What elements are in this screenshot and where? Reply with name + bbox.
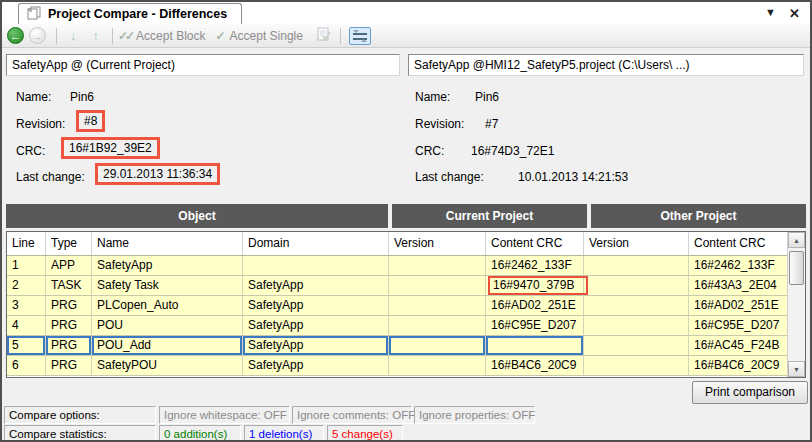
cell-version-other (584, 296, 689, 315)
cell-crc-other: 16#AC45_F24B (689, 336, 789, 355)
toolbar: ← → ↓ ↑ ✓✓ Accept Block ✓ Accept Single (2, 24, 810, 48)
option-ignore-comments: Ignore comments: OFF (292, 406, 412, 424)
scrollbar-thumb[interactable] (789, 251, 804, 285)
last-change-value-left: 29.01.2013 11:36:34 (95, 163, 220, 185)
table-row-selected[interactable]: 5 PRG POU_Add SafetyApp 16#AC45_F24B (7, 336, 805, 356)
cell-version-other (584, 356, 689, 375)
cell-version-current (389, 276, 486, 295)
cell-type: APP (46, 256, 92, 275)
cell-line: 6 (7, 356, 46, 375)
tab-project-compare[interactable]: Project Compare - Differences (18, 3, 242, 24)
cell-line: 3 (7, 296, 46, 315)
double-check-icon: ✓✓ (118, 29, 132, 43)
crc-value-left: 16#1B92_39E2 (61, 137, 160, 159)
accept-document-icon[interactable] (317, 27, 331, 45)
cell-domain: SafetyApp (243, 296, 389, 315)
show-differences-toggle[interactable] (349, 27, 371, 45)
toolbar-separator (56, 28, 57, 44)
back-arrow-icon: ← (10, 30, 21, 42)
last-change-label-left: Last change: (16, 170, 85, 184)
annotation-box: #8 (76, 110, 105, 132)
column-header-row: Line Type Name Domain Version Content CR… (7, 232, 805, 256)
check-icon: ✓ (215, 29, 225, 43)
stat-changes: 5 change(s) (327, 425, 403, 442)
col-type[interactable]: Type (46, 232, 92, 255)
col-crc-current[interactable]: Content CRC (486, 232, 584, 255)
cell-name: SafetyPOU (92, 356, 243, 375)
name-label-right: Name: (415, 90, 450, 104)
cell-version-current (389, 356, 486, 375)
cell-crc-current (486, 336, 584, 355)
tab-list-dropdown-icon[interactable]: ▼ (765, 6, 776, 18)
cell-domain: SafetyApp (243, 356, 389, 375)
cell-crc-current: 16#B4C6_20C9 (486, 356, 584, 375)
cell-version-current (389, 336, 486, 355)
cell-crc-current: 16#9470_379B (486, 276, 584, 295)
name-value-left: Pin6 (70, 90, 94, 104)
compare-options-bar: Compare options: Ignore whitespace: OFF … (2, 406, 810, 424)
scroll-down-icon[interactable]: ▼ (788, 361, 805, 377)
revision-value-left: #8 (76, 110, 105, 132)
col-name[interactable]: Name (92, 232, 243, 255)
revision-label-right: Revision: (415, 117, 464, 131)
tab-title: Project Compare - Differences (48, 7, 227, 21)
cell-crc-other: 16#AD02_251E (689, 296, 789, 315)
cell-crc-other: 16#2462_133F (689, 256, 789, 275)
name-value-right: Pin6 (475, 90, 499, 104)
cell-version-other (584, 256, 689, 275)
vertical-scrollbar[interactable]: ▲ ▼ (787, 232, 805, 377)
table-row[interactable]: 4 PRG POU SafetyApp 16#C95E_D207 16#C95E… (7, 316, 805, 336)
cell-domain: SafetyApp (243, 276, 389, 295)
cell-line: 1 (7, 256, 46, 275)
cell-line: 5 (7, 336, 46, 355)
cell-name: POU_Add (92, 336, 243, 355)
toolbar-separator (340, 28, 341, 44)
col-line[interactable]: Line (7, 232, 46, 255)
cell-version-current (389, 256, 486, 275)
table-row[interactable]: 3 PRG PLCopen_Auto SafetyApp 16#AD02_251… (7, 296, 805, 316)
name-label-left: Name: (16, 90, 51, 104)
project-compare-window: Project Compare - Differences ▼ ✕ ← → ↓ … (0, 0, 812, 442)
cell-version-other (584, 336, 689, 355)
group-header-other: Other Project (591, 204, 806, 228)
cell-name: POU (92, 316, 243, 335)
accept-block-button[interactable]: Accept Block (136, 29, 205, 43)
option-ignore-whitespace: Ignore whitespace: OFF (159, 406, 290, 424)
crc-value-right: 16#74D3_72E1 (471, 144, 554, 158)
back-button[interactable]: ← (7, 27, 24, 44)
cell-domain: SafetyApp (243, 316, 389, 335)
cell-name: PLCopen_Auto (92, 296, 243, 315)
cell-version-other (584, 276, 689, 295)
forward-button[interactable]: → (29, 27, 46, 44)
close-icon[interactable]: ✕ (789, 6, 800, 21)
comparison-table: Line Type Name Domain Version Content CR… (6, 231, 806, 378)
cell-type: TASK (46, 276, 92, 295)
toolbar-separator (112, 28, 113, 44)
col-version-other[interactable]: Version (584, 232, 689, 255)
table-row[interactable]: 1 APP SafetyApp 16#2462_133F 16#2462_133… (7, 256, 805, 276)
table-row[interactable]: 2 TASK Safety Task SafetyApp 16#9470_379… (7, 276, 805, 296)
cell-name: SafetyApp (92, 256, 243, 275)
scroll-up-icon[interactable]: ▲ (788, 232, 805, 248)
pages-icon (27, 6, 42, 23)
last-change-value-right: 10.01.2013 14:21:53 (518, 170, 628, 184)
cell-crc-other: 16#43A3_2E04 (689, 276, 789, 295)
print-comparison-button[interactable]: Print comparison (692, 381, 808, 404)
cell-type: PRG (46, 296, 92, 315)
forward-arrow-icon: → (32, 30, 43, 42)
col-crc-other[interactable]: Content CRC (689, 232, 789, 255)
cell-version-current (389, 316, 486, 335)
annotation-box: 16#1B92_39E2 (61, 137, 160, 159)
stat-additions: 0 addition(s) (159, 425, 241, 442)
cell-line: 2 (7, 276, 46, 295)
cell-crc-current: 16#C95E_D207 (486, 316, 584, 335)
cell-version-other (584, 316, 689, 335)
accept-single-button[interactable]: Accept Single (230, 29, 303, 43)
previous-difference-button[interactable]: ↑ (93, 28, 100, 43)
table-row[interactable]: 6 PRG SafetyPOU SafetyApp 16#B4C6_20C9 1… (7, 356, 805, 376)
next-difference-button[interactable]: ↓ (70, 28, 77, 43)
col-domain[interactable]: Domain (243, 232, 389, 255)
col-version-current[interactable]: Version (389, 232, 486, 255)
cell-version-current (389, 296, 486, 315)
other-project-header: SafetyApp @HMI12_SafetyP5.project (C:\Us… (408, 54, 804, 76)
